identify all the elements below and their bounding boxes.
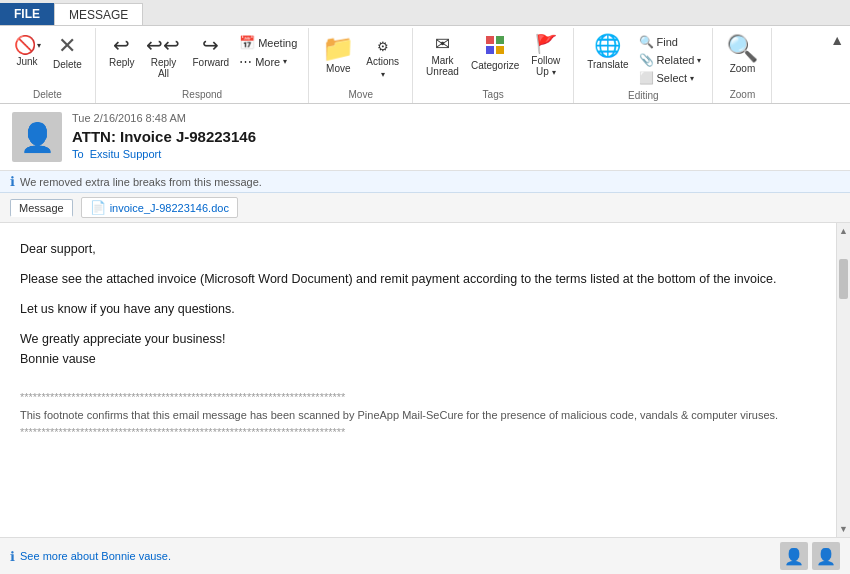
bottom-info: ℹ See more about Bonnie vause. — [10, 549, 171, 564]
message-tab[interactable]: MESSAGE — [54, 3, 143, 25]
categorize-button[interactable]: Categorize — [466, 32, 524, 75]
email-to: To Exsitu Support — [72, 148, 838, 160]
email-datetime: Tue 2/16/2016 8:48 AM — [72, 112, 838, 124]
scroll-thumb[interactable] — [839, 259, 848, 299]
info-message: We removed extra line breaks from this m… — [20, 176, 262, 188]
reply-all-button[interactable]: ↩↩ ReplyAll — [141, 32, 185, 82]
ribbon-group-zoom: 🔍 Zoom Zoom — [713, 28, 772, 103]
actions-button[interactable]: ⚙ Actions ▾ — [361, 32, 404, 82]
move-icon: 📁 — [322, 35, 354, 61]
translate-icon: 🌐 — [594, 35, 621, 57]
reply-all-icon: ↩↩ — [146, 35, 180, 55]
avatar-person-icon: 👤 — [20, 121, 55, 154]
forward-icon: ↪ — [202, 35, 219, 55]
actions-dropdown-icon: ▾ — [381, 70, 385, 79]
select-button[interactable]: ⬜ Select ▾ — [636, 70, 705, 86]
select-dropdown-icon: ▾ — [690, 74, 694, 83]
ribbon-group-editing: 🌐 Translate 🔍 Find 📎 Related ▾ ⬜ Select … — [574, 28, 713, 103]
svg-rect-1 — [496, 36, 504, 44]
footnote-stars-bottom: ****************************************… — [20, 424, 816, 442]
actions-icon: ⚙ — [377, 39, 389, 54]
follow-up-label: FollowUp ▾ — [531, 55, 560, 78]
more-dropdown-icon: ▾ — [283, 57, 287, 66]
file-tab[interactable]: FILE — [0, 3, 54, 25]
follow-up-button[interactable]: 🚩 FollowUp ▾ — [526, 32, 565, 81]
email-meta: Tue 2/16/2016 8:48 AM ATTN: Invoice J-98… — [72, 112, 838, 160]
body-paragraph3: We greatly appreciate your business! Bon… — [20, 329, 816, 369]
reply-all-label: ReplyAll — [151, 57, 177, 79]
message-tab-btn[interactable]: Message — [10, 199, 73, 217]
sender-avatar: 👤 — [12, 112, 62, 162]
related-label: Related — [657, 54, 695, 66]
ribbon: 🚫 ▾ Junk ✕ Delete Delete ↩ Reply ↩↩ Repl… — [0, 26, 850, 104]
more-button[interactable]: ⋯ More ▾ — [236, 53, 300, 70]
mini-avatar-2: 👤 — [812, 542, 840, 570]
svg-rect-3 — [496, 46, 504, 54]
main-content: 👤 Tue 2/16/2016 8:48 AM ATTN: Invoice J-… — [0, 104, 850, 574]
move-group-label: Move — [313, 87, 408, 101]
ribbon-collapse-button[interactable]: ▲ — [824, 28, 850, 103]
email-scrollbar[interactable]: ▲ ▼ — [836, 223, 850, 537]
zoom-icon: 🔍 — [726, 35, 758, 61]
zoom-button[interactable]: 🔍 Zoom — [721, 32, 763, 78]
mark-unread-button[interactable]: ✉ MarkUnread — [421, 32, 464, 80]
related-button[interactable]: 📎 Related ▾ — [636, 52, 705, 68]
info-bar: ℹ We removed extra line breaks from this… — [0, 171, 850, 193]
categorize-label: Categorize — [471, 60, 519, 72]
email-body: Dear support, Please see the attached in… — [0, 223, 836, 537]
attachment-file[interactable]: 📄 invoice_J-98223146.doc — [81, 197, 238, 218]
junk-button[interactable]: 🚫 ▾ Junk — [8, 32, 46, 70]
categorize-icon — [485, 35, 505, 58]
bottom-bar: ℹ See more about Bonnie vause. 👤 👤 — [0, 537, 850, 574]
find-button[interactable]: 🔍 Find — [636, 34, 705, 50]
move-button[interactable]: 📁 Move — [317, 32, 359, 78]
junk-label: Junk — [16, 56, 37, 68]
more-icon: ⋯ — [239, 54, 252, 69]
move-label: Move — [326, 63, 350, 75]
related-dropdown-icon: ▾ — [697, 56, 701, 65]
attachment-bar: Message 📄 invoice_J-98223146.doc — [0, 193, 850, 223]
select-label: Select — [657, 72, 688, 84]
mini-avatar-1-icon: 👤 — [784, 547, 804, 566]
scroll-up-arrow[interactable]: ▲ — [837, 223, 850, 239]
meeting-button[interactable]: 📅 Meeting — [236, 34, 300, 51]
meeting-label: Meeting — [258, 37, 297, 49]
delete-label: Delete — [53, 59, 82, 71]
info-icon: ℹ — [10, 174, 15, 189]
to-value[interactable]: Exsitu Support — [90, 148, 162, 160]
body-greeting: Dear support, — [20, 239, 816, 259]
scroll-down-arrow[interactable]: ▼ — [837, 521, 850, 537]
respond-group-label: Respond — [100, 87, 304, 101]
footnote-text: This footnote confirms that this email m… — [20, 407, 816, 425]
find-label: Find — [657, 36, 678, 48]
email-subject: ATTN: Invoice J-98223146 — [72, 128, 838, 145]
email-footnote: ****************************************… — [20, 389, 816, 442]
editing-group-label: Editing — [578, 88, 708, 102]
more-label: More — [255, 56, 280, 68]
delete-icon: ✕ — [58, 35, 76, 57]
delete-button[interactable]: ✕ Delete — [48, 32, 87, 74]
email-header: 👤 Tue 2/16/2016 8:48 AM ATTN: Invoice J-… — [0, 104, 850, 171]
forward-button[interactable]: ↪ Forward — [187, 32, 234, 72]
select-icon: ⬜ — [639, 71, 654, 85]
translate-button[interactable]: 🌐 Translate — [582, 32, 633, 74]
tags-group-label: Tags — [417, 87, 569, 101]
zoom-label: Zoom — [730, 63, 756, 75]
bottom-info-icon: ℹ — [10, 549, 15, 564]
reply-icon: ↩ — [113, 35, 130, 55]
mark-unread-icon: ✉ — [435, 35, 450, 53]
svg-rect-0 — [486, 36, 494, 44]
to-label: To — [72, 148, 84, 160]
reply-label: Reply — [109, 57, 135, 69]
footnote-stars-top: ****************************************… — [20, 389, 816, 407]
bottom-info-text[interactable]: See more about Bonnie vause. — [20, 550, 171, 562]
ribbon-group-delete: 🚫 ▾ Junk ✕ Delete Delete — [0, 28, 96, 103]
ribbon-group-move: 📁 Move ⚙ Actions ▾ Move — [309, 28, 413, 103]
delete-group-label: Delete — [4, 87, 91, 101]
reply-button[interactable]: ↩ Reply — [104, 32, 140, 72]
translate-label: Translate — [587, 59, 628, 71]
ribbon-group-tags: ✉ MarkUnread Categorize 🚩 FollowUp ▾ — [413, 28, 574, 103]
mini-avatar-2-icon: 👤 — [816, 547, 836, 566]
find-icon: 🔍 — [639, 35, 654, 49]
forward-label: Forward — [192, 57, 229, 69]
